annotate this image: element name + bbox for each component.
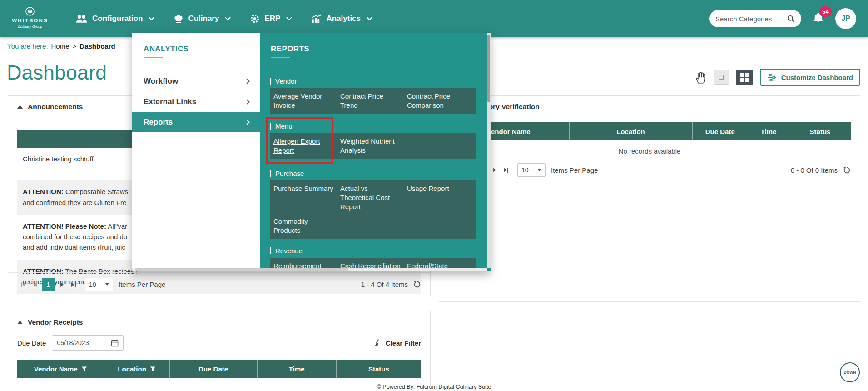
section-bar [270,123,271,130]
notifications-button[interactable]: 54 [812,12,824,26]
single-layout-button[interactable] [714,70,729,85]
nav-label: ERP [264,14,280,23]
grid-layout-button[interactable] [736,70,753,85]
nav-label: Culinary [188,14,219,23]
pager-last-button[interactable] [68,279,79,291]
pager-range: 1 - 4 Of 4 Items [361,281,421,288]
menu-item-external-links[interactable]: External Links [132,91,260,112]
refresh-icon[interactable] [843,166,851,174]
grid-cell [740,73,744,77]
inventory-verification-panel: Inventory Verification Vendor Name Locat… [439,95,860,302]
report-link-actual-vs-theoretical-cost[interactable]: Actual vs Theoretical Cost Report [340,184,407,211]
report-link-purchase-summary[interactable]: Purchase Summary [273,184,340,211]
analytics-mega-menu: ANALYTICS Workflow External Links Report… [132,33,491,271]
column-header-time[interactable]: Time [257,360,336,378]
pager-first-button[interactable] [17,279,29,291]
report-link-usage-report[interactable]: Usage Report [407,184,472,211]
dashboard-controls: Customize Dashboard [694,68,860,86]
report-link-commodity-products[interactable]: Commodity Products [273,217,340,235]
whitsons-logo[interactable]: W WHITSONS Culinary Group [12,6,48,31]
logo-graphic: W WHITSONS Culinary Group [12,6,48,31]
nav-configuration[interactable]: Configuration [75,14,154,24]
refresh-icon[interactable] [413,281,421,288]
items-per-page-label: Items Per Page [551,166,598,174]
menu-item-workflow[interactable]: Workflow [132,71,260,91]
nav-erp[interactable]: ERP [250,14,291,24]
section-bar [270,78,271,85]
svg-text:W: W [28,9,33,14]
empty-state-text: No records available [439,140,860,160]
user-avatar[interactable]: JP [835,8,856,29]
clear-filter-button[interactable]: Clear Filter [373,339,421,347]
menu-vertical-scrollbar[interactable] [487,33,491,268]
inventory-verification-header: Inventory Verification [439,96,860,118]
scroll-down-button[interactable]: DOWN [840,362,860,382]
due-date-input[interactable]: 05/18/2023 [52,335,124,351]
grid-cell [740,78,744,82]
pager-current-page[interactable]: 1 [42,278,55,291]
broom-icon [373,339,382,347]
page-size-select[interactable]: 10 [85,278,113,291]
report-link-contract-price-trend[interactable]: Contract Price Trend [340,92,407,110]
column-header-status[interactable]: Status [336,360,421,378]
column-header-location[interactable]: Location [569,122,692,140]
pager-prev-button[interactable] [29,279,41,291]
clear-filter-label: Clear Filter [386,339,421,347]
pager-next-button[interactable] [56,279,68,291]
chevron-down-icon [225,15,231,20]
chevron-down-icon [287,15,293,20]
search-input[interactable] [715,15,787,23]
filter-icon[interactable] [150,366,156,372]
announcement-prefix: ATTENTION: [23,188,64,196]
page-size-value: 10 [521,166,529,174]
column-header-status[interactable]: Status [789,122,851,140]
calendar-icon[interactable] [111,339,119,347]
page-size-select[interactable]: 10 [517,163,546,177]
section-block-purchase: Purchase Summary Actual vs Theoretical C… [270,180,476,239]
notification-badge: 54 [819,6,832,17]
range-text: 0 - 0 Of 0 Items [791,166,838,174]
page-title: Dashboard [7,61,107,85]
nav-label: Configuration [92,14,143,23]
due-date-label: Due Date [17,339,46,347]
column-header-due-date[interactable]: Due Date [169,360,257,378]
nav-analytics[interactable]: Analytics [311,14,372,24]
search-box [709,10,801,27]
announcement-text: Christine testing schtuff [23,155,94,163]
report-link-contract-price-comparison[interactable]: Contract Price Comparison [407,92,472,110]
column-header-vendor-name[interactable]: Vendor Name [17,360,104,378]
column-header-location[interactable]: Location [104,360,169,378]
collapse-icon[interactable] [17,105,23,109]
chevron-down-icon [367,15,372,20]
menu-horizontal-scrollbar[interactable] [132,268,487,271]
collapse-icon[interactable] [17,321,23,324]
column-header-due-date[interactable]: Due Date [692,122,748,140]
announcement-text: All"var [106,222,127,230]
vendor-receipts-header: Vendor Receipts [8,311,430,333]
menu-item-reports[interactable]: Reports [132,112,260,132]
menu-item-label: Workflow [144,77,178,86]
filter-icon[interactable] [81,366,87,372]
customize-dashboard-button[interactable]: Customize Dashboard [760,69,860,86]
nav-culinary[interactable]: Culinary [174,14,230,24]
vendor-receipts-title: Vendor Receipts [28,318,83,326]
menu-scrollbar-thumb[interactable] [135,268,348,271]
hand-icon[interactable] [694,71,707,84]
search-icon[interactable] [787,15,795,23]
section-label-vendor: Vendor [270,76,491,85]
breadcrumb-current: Dashboard [79,42,115,50]
svg-text:WHITSONS: WHITSONS [12,18,48,23]
analytics-menu-title: ANALYTICS [144,45,260,54]
title-underline [271,57,290,58]
report-link-allergen-export-report[interactable]: Allergen Export Report [273,137,340,155]
pager-last-button[interactable] [500,164,512,176]
sliders-icon [767,74,777,81]
main-nav: Configuration Culinary ERP [75,14,372,24]
report-link-weighted-nutrient-analysis[interactable]: Weighted Nutrient Analysis [340,137,407,155]
nav-label: Analytics [326,14,361,23]
grid-cell [745,73,749,77]
breadcrumb-home-link[interactable]: Home [51,42,69,50]
menu-scrollbar-thumb[interactable] [487,35,490,102]
column-header-time[interactable]: Time [748,122,789,140]
report-link-average-vendor-invoice[interactable]: Average Vendor Invoice [273,92,340,110]
